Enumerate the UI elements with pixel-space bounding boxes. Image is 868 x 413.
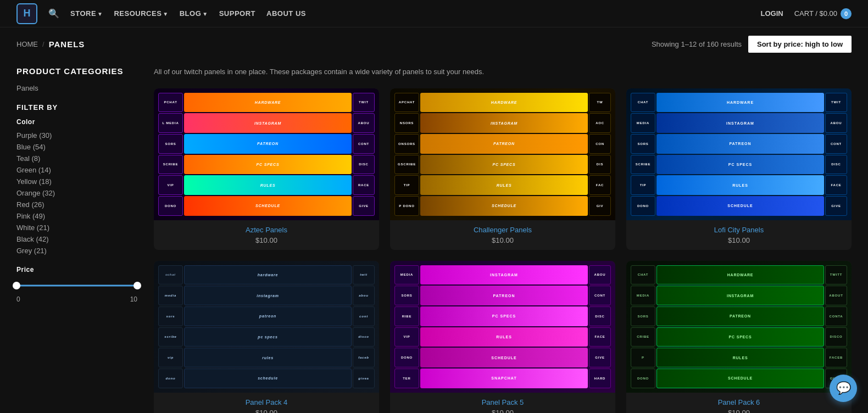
nav-resources[interactable]: RESOURCES▼ xyxy=(114,9,168,18)
product-name[interactable]: Challenger Panels xyxy=(398,226,607,234)
panel-cell: TIP xyxy=(631,175,655,195)
login-link[interactable]: LOGIN xyxy=(761,9,783,18)
breadcrumb-separator: / xyxy=(42,40,44,48)
nav-support[interactable]: SUPPORT xyxy=(219,9,255,18)
product-card[interactable]: APCHAT HARDWARE TW NSORS INSTAGRAM AOC O… xyxy=(390,88,615,250)
breadcrumb-current: PANELS xyxy=(49,40,85,49)
color-blue[interactable]: Blue (54) xyxy=(16,143,137,151)
panel-cell: VIP xyxy=(158,175,183,195)
panel-row: SCRIBE PC SPECS DISC xyxy=(158,155,375,175)
panel-cell: DIS xyxy=(589,155,611,175)
filter-by-title: FILTER BY xyxy=(16,103,137,111)
panel-cell: givea xyxy=(353,369,375,388)
panel-cell: HARDWARE xyxy=(420,93,588,113)
color-white[interactable]: White (21) xyxy=(16,224,137,232)
product-name[interactable]: Panel Pack 6 xyxy=(635,398,843,406)
product-description: All of our twitch panels in one place. T… xyxy=(154,66,852,77)
product-name[interactable]: Lofi City Panels xyxy=(635,226,843,234)
panel-cell: INSTAGRAM xyxy=(420,265,588,285)
panel-cell: CONTA xyxy=(825,306,847,326)
sort-button[interactable]: Sort by price: high to low xyxy=(748,36,852,53)
breadcrumb-area: HOME / PANELS Showing 1–12 of 160 result… xyxy=(0,27,868,55)
price-filter: Price 0 10 xyxy=(16,266,137,303)
color-filters: Purple (30) Blue (54) Teal (8) Green (14… xyxy=(16,131,137,255)
panel-cell: NSORS xyxy=(394,113,419,133)
breadcrumb-home[interactable]: HOME xyxy=(16,40,38,48)
panel-cell: SCRIBE xyxy=(631,155,655,175)
product-card[interactable]: MEDIA INSTAGRAM ABOU SORS PATREON CONT R… xyxy=(390,261,615,414)
product-name[interactable]: Aztec Panels xyxy=(162,226,371,234)
panel-cell: abou xyxy=(353,286,375,305)
search-icon[interactable]: 🔍 xyxy=(48,8,59,19)
panel-row: MEDIA INSTAGRAM ABOUT xyxy=(631,286,847,305)
product-card[interactable]: ochat hardware twit media instagram abou… xyxy=(154,261,379,414)
panel-cell: FACE xyxy=(589,327,611,347)
panel-row: DONO SCHEDULE GIVE xyxy=(394,348,611,367)
color-teal[interactable]: Teal (8) xyxy=(16,154,137,163)
price-thumb-right[interactable] xyxy=(133,282,141,289)
panel-cell: INSTAGRAM xyxy=(656,113,824,133)
panel-cell: TWIT xyxy=(825,93,847,113)
panel-image: APCHAT HARDWARE TW NSORS INSTAGRAM AOC O… xyxy=(390,88,615,220)
panel-cell: PC SPECS xyxy=(656,327,824,347)
color-green[interactable]: Green (14) xyxy=(16,166,137,174)
product-name[interactable]: Panel Pack 5 xyxy=(398,398,607,406)
panel-cell: cont xyxy=(353,306,375,326)
panel-row: P DONO SCHEDULE GIV xyxy=(394,196,611,216)
product-price: $10.00 xyxy=(162,236,371,244)
color-black[interactable]: Black (42) xyxy=(16,235,137,243)
brand-logo[interactable]: H xyxy=(16,3,37,24)
cart-button[interactable]: CART / $0.00 0 xyxy=(794,8,852,19)
panel-cell: SCHEDULE xyxy=(184,196,352,216)
panel-cell: AOC xyxy=(589,113,611,133)
color-purple[interactable]: Purple (30) xyxy=(16,131,137,139)
price-range-slider[interactable] xyxy=(16,280,137,291)
panel-cell: VIP xyxy=(394,327,419,347)
panel-cell: DONO xyxy=(631,369,655,388)
results-header: Showing 1–12 of 160 results Sort by pric… xyxy=(652,36,852,53)
panel-cell: disco xyxy=(353,327,375,347)
panel-cell: CHAT xyxy=(631,93,655,113)
panel-cell: instagram xyxy=(184,286,352,305)
color-grey[interactable]: Grey (21) xyxy=(16,247,137,255)
product-card[interactable]: CHAT HARDWARE TWITT MEDIA INSTAGRAM ABOU… xyxy=(626,261,852,414)
color-pink[interactable]: Pink (49) xyxy=(16,212,137,220)
price-thumb-left[interactable] xyxy=(13,282,20,289)
panel-cell: RIBE xyxy=(394,306,419,326)
product-name[interactable]: Panel Pack 4 xyxy=(162,398,371,406)
panel-row: P RULES FACEB xyxy=(631,348,847,367)
color-orange[interactable]: Orange (32) xyxy=(16,189,137,197)
panel-cell: ochat xyxy=(158,265,183,285)
panel-row: media instagram abou xyxy=(158,286,375,305)
panel-cell: PATREON xyxy=(656,134,824,154)
product-card[interactable]: CHAT HARDWARE TWIT MEDIA INSTAGRAM ABOU … xyxy=(626,88,852,250)
product-card[interactable]: PCHAT HARDWARE TWIT L MEDIA INSTAGRAM AB… xyxy=(154,88,379,250)
color-yellow[interactable]: Yellow (18) xyxy=(16,177,137,186)
nav-store[interactable]: STORE▼ xyxy=(70,9,103,18)
color-filter-title: Color xyxy=(16,118,137,126)
chat-support-button[interactable]: 💬 xyxy=(830,375,857,402)
nav-blog[interactable]: BLOG▼ xyxy=(180,9,208,18)
product-area: All of our twitch panels in one place. T… xyxy=(154,66,852,413)
panel-cell: RULES xyxy=(184,175,352,195)
panel-row: RIBE PC SPECS DISC xyxy=(394,306,611,326)
nav-about[interactable]: ABOUT US xyxy=(266,9,306,18)
panel-cell: pc specs xyxy=(184,327,352,347)
panel-cell: SORS xyxy=(631,134,655,154)
panel-cell: CON xyxy=(589,134,611,154)
panel-image: CHAT HARDWARE TWIT MEDIA INSTAGRAM ABOU … xyxy=(626,88,852,220)
sidebar-item-panels[interactable]: Panels xyxy=(16,84,137,92)
product-price: $10.00 xyxy=(635,409,843,414)
panel-cell: SORS xyxy=(158,134,183,154)
navbar-right: LOGIN CART / $0.00 0 xyxy=(761,8,852,19)
panel-cell: APCHAT xyxy=(394,93,419,113)
color-red[interactable]: Red (26) xyxy=(16,200,137,209)
product-price: $10.00 xyxy=(162,409,371,414)
panel-cell: HARDWARE xyxy=(184,93,352,113)
product-image-challenger: APCHAT HARDWARE TW NSORS INSTAGRAM AOC O… xyxy=(390,88,615,220)
panel-cell: HARDWARE xyxy=(656,93,824,113)
panel-cell: INSTAGRAM xyxy=(184,113,352,133)
panel-cell: rules xyxy=(184,348,352,367)
product-price: $10.00 xyxy=(635,236,843,244)
panel-cell: vip xyxy=(158,348,183,367)
